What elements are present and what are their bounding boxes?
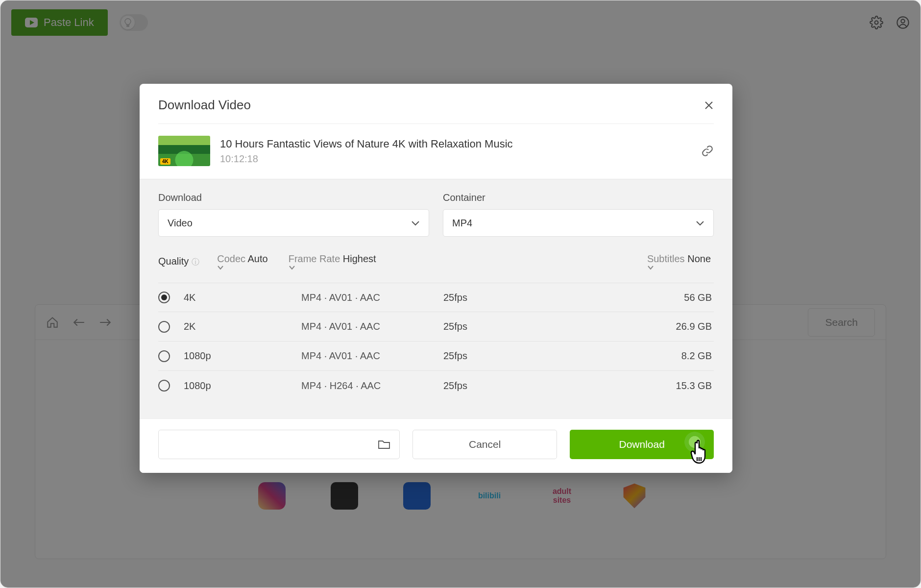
codec-value: MP4 · AV01 · AAC (301, 292, 443, 303)
download-type-label: Download (158, 192, 429, 203)
download-type-group: Download Video (158, 192, 429, 237)
radio-button[interactable] (158, 350, 170, 362)
close-icon[interactable] (704, 100, 714, 110)
modal-header: Download Video (140, 84, 732, 123)
download-type-select[interactable]: Video (158, 209, 429, 237)
size-value: 56 GB (541, 292, 714, 303)
radio-button[interactable] (158, 380, 170, 392)
quality-row[interactable]: 4KMP4 · AV01 · AAC25fps56 GB (158, 283, 714, 312)
quality-label: Qualityⓘ (158, 256, 199, 268)
download-button-label: Download (619, 439, 665, 450)
output-folder-picker[interactable] (158, 430, 400, 459)
video-info-row: 10 Hours Fantastic Views of Nature 4K wi… (140, 124, 732, 179)
cancel-label: Cancel (469, 439, 501, 450)
size-value: 15.3 GB (541, 380, 714, 392)
options-block: Download Video Container MP4 Qualityⓘ (140, 179, 732, 418)
quality-row[interactable]: 2KMP4 · AV01 · AAC25fps26.9 GB (158, 312, 714, 342)
quality-row[interactable]: 1080pMP4 · H264 · AAC25fps15.3 GB (158, 371, 714, 400)
cancel-button[interactable]: Cancel (412, 430, 557, 459)
chevron-down-icon (647, 265, 714, 270)
chevron-down-icon (289, 265, 379, 270)
quality-value: 4K (184, 292, 301, 303)
quality-value: 1080p (184, 380, 301, 392)
size-value: 26.9 GB (541, 321, 714, 332)
download-video-modal: Download Video 10 Hours Fantastic Views … (140, 84, 732, 473)
download-button[interactable]: Download (570, 430, 714, 459)
app-window: Paste Link (0, 0, 921, 588)
fps-value: 25fps (443, 321, 541, 332)
chevron-down-icon (411, 220, 420, 226)
codec-value: MP4 · AV01 · AAC (301, 321, 443, 332)
fps-value: 25fps (443, 350, 541, 362)
video-title: 10 Hours Fantastic Views of Nature 4K wi… (220, 138, 513, 150)
quality-list: 4KMP4 · AV01 · AAC25fps56 GB2KMP4 · AV01… (158, 283, 714, 400)
chevron-down-icon (217, 265, 270, 270)
radio-button[interactable] (158, 292, 170, 303)
fps-value: 25fps (443, 292, 541, 303)
selects-row: Download Video Container MP4 (158, 192, 714, 237)
radio-button[interactable] (158, 321, 170, 333)
folder-icon (378, 439, 390, 450)
codec-dropdown[interactable]: Codec Auto (217, 253, 270, 270)
container-select[interactable]: MP4 (443, 209, 714, 237)
codec-value: MP4 · AV01 · AAC (301, 350, 443, 362)
modal-footer: Cancel Download (140, 418, 732, 473)
subtitles-dropdown[interactable]: Subtitles None (647, 253, 714, 270)
info-icon[interactable]: ⓘ (192, 258, 199, 266)
video-duration: 10:12:18 (220, 153, 513, 165)
framerate-dropdown[interactable]: Frame Rate Highest (289, 253, 379, 270)
download-type-value: Video (168, 218, 193, 229)
quality-row[interactable]: 1080pMP4 · AV01 · AAC25fps8.2 GB (158, 342, 714, 371)
link-icon[interactable] (701, 145, 714, 157)
container-label: Container (443, 192, 714, 203)
quality-value: 1080p (184, 350, 301, 362)
video-thumbnail (158, 136, 210, 166)
video-meta: 10 Hours Fantastic Views of Nature 4K wi… (220, 138, 513, 165)
container-value: MP4 (452, 218, 472, 229)
chevron-down-icon (696, 220, 704, 226)
modal-title: Download Video (158, 98, 251, 113)
container-group: Container MP4 (443, 192, 714, 237)
size-value: 8.2 GB (541, 350, 714, 362)
quality-value: 2K (184, 321, 301, 332)
fps-value: 25fps (443, 380, 541, 392)
filters-row: Qualityⓘ Codec Auto Frame Rate Highest S… (158, 253, 714, 270)
codec-value: MP4 · H264 · AAC (301, 380, 443, 392)
